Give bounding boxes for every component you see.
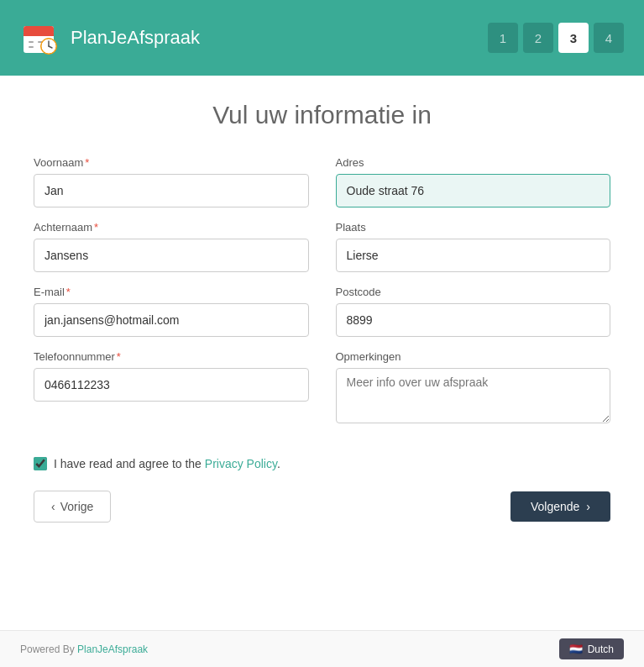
form-grid: Voornaam* Achternaam* E-mail* Telefoonnu… xyxy=(34,156,610,440)
achternaam-group: Achternaam* xyxy=(34,221,309,272)
chevron-left-icon: ‹ xyxy=(51,500,55,513)
flag-icon: 🇳🇱 xyxy=(569,643,583,655)
logo-container: PlanJeAfspraak xyxy=(20,18,200,58)
adres-label: Adres xyxy=(336,156,611,169)
step-4-button[interactable]: 4 xyxy=(594,23,624,53)
main-content: Vul uw informatie in Voornaam* Achternaa… xyxy=(0,76,644,630)
powered-by-text: Powered By PlanJeAfspraak xyxy=(20,643,148,655)
step-1-button[interactable]: 1 xyxy=(488,23,518,53)
telefoon-input[interactable] xyxy=(34,368,309,402)
privacy-label[interactable]: I have read and agree to the Privacy Pol… xyxy=(54,457,280,470)
step-2-button[interactable]: 2 xyxy=(523,23,553,53)
email-label: E-mail* xyxy=(34,286,309,298)
telefoon-group: Telefoonnummer* xyxy=(34,350,309,402)
volgende-button[interactable]: Volgende › xyxy=(510,491,610,522)
footer: Powered By PlanJeAfspraak 🇳🇱 Dutch xyxy=(0,630,644,667)
postcode-input[interactable] xyxy=(336,303,611,337)
plaats-label: Plaats xyxy=(336,221,611,234)
adres-group: Adres xyxy=(336,156,611,207)
telefoon-label: Telefoonnummer* xyxy=(34,350,309,363)
required-star: * xyxy=(85,156,89,169)
language-button[interactable]: 🇳🇱 Dutch xyxy=(559,638,624,659)
postcode-group: Postcode xyxy=(336,286,611,337)
adres-input[interactable] xyxy=(336,174,611,207)
navigation-buttons: ‹ Vorige Volgende › xyxy=(34,491,610,523)
language-label: Dutch xyxy=(588,643,614,655)
voornaam-group: Voornaam* xyxy=(34,156,309,207)
voornaam-input[interactable] xyxy=(34,174,309,207)
app-title: PlanJeAfspraak xyxy=(71,27,200,49)
step-indicators: 1 2 3 4 xyxy=(488,23,624,53)
opmerkingen-textarea[interactable] xyxy=(336,368,611,423)
privacy-checkbox[interactable] xyxy=(34,457,47,470)
email-input[interactable] xyxy=(34,303,309,337)
chevron-right-icon: › xyxy=(586,500,590,513)
header: PlanJeAfspraak 1 2 3 4 xyxy=(0,0,644,76)
app-logo-icon xyxy=(20,18,60,58)
svg-rect-3 xyxy=(29,41,34,43)
achternaam-input[interactable] xyxy=(34,239,309,272)
privacy-checkbox-section: I have read and agree to the Privacy Pol… xyxy=(34,457,610,470)
opmerkingen-group: Opmerkingen xyxy=(336,350,611,427)
required-star-2: * xyxy=(94,221,98,234)
plaats-group: Plaats xyxy=(336,221,611,272)
opmerkingen-label: Opmerkingen xyxy=(336,350,611,363)
achternaam-label: Achternaam* xyxy=(34,221,309,234)
svg-rect-5 xyxy=(29,46,34,48)
voornaam-label: Voornaam* xyxy=(34,156,309,169)
powered-by-link[interactable]: PlanJeAfspraak xyxy=(77,643,148,655)
step-3-button[interactable]: 3 xyxy=(558,23,589,53)
required-star-4: * xyxy=(117,350,121,363)
svg-rect-2 xyxy=(24,33,54,36)
plaats-input[interactable] xyxy=(336,239,611,272)
email-group: E-mail* xyxy=(34,286,309,337)
page-title: Vul uw informatie in xyxy=(34,101,610,129)
postcode-label: Postcode xyxy=(336,286,611,298)
vorige-button[interactable]: ‹ Vorige xyxy=(34,491,111,523)
required-star-3: * xyxy=(66,286,71,298)
privacy-policy-link[interactable]: Privacy Policy xyxy=(205,457,277,470)
